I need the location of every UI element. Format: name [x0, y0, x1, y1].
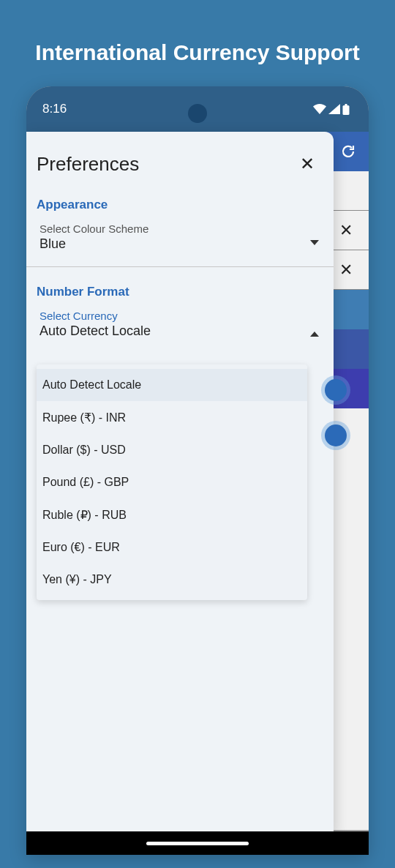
svg-rect-1	[343, 105, 350, 115]
currency-option[interactable]: Rupee (₹) - INR	[37, 401, 307, 434]
chevron-down-icon	[310, 240, 319, 245]
dropdown-value: Auto Detect Locale	[40, 323, 323, 339]
phone-frame: 8:16 ✕ ✕ Preferences ✕ Appearance Select…	[26, 86, 369, 855]
currency-option[interactable]: Ruble (₽) - RUB	[37, 498, 307, 531]
currency-option[interactable]: Euro (€) - EUR	[37, 531, 307, 564]
svg-rect-0	[345, 104, 347, 105]
close-icon[interactable]: ✕	[339, 221, 353, 240]
status-time: 8:16	[42, 102, 67, 116]
currency-option[interactable]: Auto Detect Locale	[37, 369, 307, 401]
section-heading-appearance: Appearance	[26, 180, 334, 218]
dropdown-label: Select Colour Scheme	[40, 222, 323, 235]
camera-notch	[188, 104, 207, 123]
currency-option[interactable]: Pound (£) - GBP	[37, 466, 307, 498]
colour-scheme-dropdown[interactable]: Select Colour Scheme Blue	[26, 218, 334, 262]
status-bar: 8:16	[26, 86, 369, 132]
section-heading-number-format: Number Format	[26, 267, 334, 305]
modal-title: Preferences	[37, 153, 139, 176]
preferences-modal: Preferences ✕ Appearance Select Colour S…	[26, 132, 334, 834]
navigation-bar	[26, 831, 369, 855]
wifi-icon	[313, 104, 326, 114]
signal-icon	[328, 104, 340, 114]
battery-icon	[342, 104, 350, 115]
currency-options-list: Auto Detect Locale Rupee (₹) - INR Dolla…	[37, 364, 307, 600]
home-indicator[interactable]	[146, 842, 249, 845]
refresh-icon[interactable]	[339, 143, 357, 160]
page-title: International Currency Support	[0, 0, 395, 65]
toggle-thumb[interactable]	[325, 424, 347, 446]
close-button[interactable]: ✕	[296, 151, 319, 177]
currency-option[interactable]: Dollar ($) - USD	[37, 434, 307, 466]
chevron-up-icon	[310, 332, 319, 337]
toggle-thumb[interactable]	[325, 379, 347, 401]
status-indicators	[313, 104, 350, 115]
currency-dropdown[interactable]: Select Currency Auto Detect Locale	[26, 305, 334, 349]
dropdown-label: Select Currency	[40, 310, 323, 322]
dropdown-value: Blue	[40, 236, 323, 252]
currency-option[interactable]: Yen (¥) - JPY	[37, 564, 307, 596]
close-icon[interactable]: ✕	[339, 261, 353, 280]
